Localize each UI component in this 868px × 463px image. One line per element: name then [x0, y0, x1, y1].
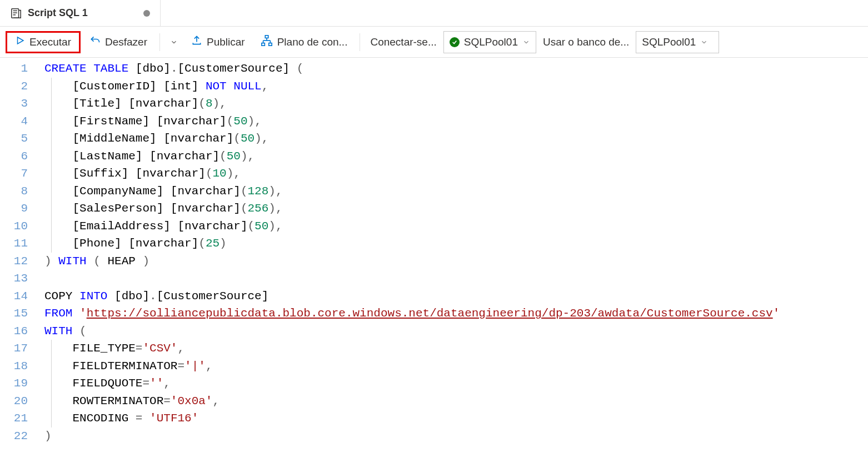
token-op: (: [297, 62, 304, 75]
code-line[interactable]: [CompanyName] [nvarchar](128),: [39, 183, 868, 200]
token-num: 50: [233, 115, 247, 128]
code-line[interactable]: WITH (: [39, 323, 868, 340]
token-op: ): [227, 167, 234, 180]
indent-guide: [51, 358, 52, 375]
code-line[interactable]: ENCODING = 'UTF16': [39, 410, 868, 427]
token-op: (: [206, 167, 213, 180]
line-number: 6: [0, 148, 28, 165]
code-line[interactable]: [Phone] [nvarchar](25): [39, 235, 868, 253]
code-line[interactable]: [MiddleName] [nvarchar](50),: [39, 130, 868, 148]
token-op: ,: [262, 80, 269, 93]
svg-rect-7: [268, 43, 272, 46]
indent-guide: [51, 130, 52, 148]
svg-rect-5: [265, 36, 268, 38]
token-id: HEAP: [107, 255, 135, 268]
token-op: =: [136, 342, 143, 355]
token-op: ,: [163, 377, 171, 390]
chevron-down-icon: [522, 38, 530, 46]
indent-guide: [51, 165, 52, 183]
code-line[interactable]: [SalesPerson] [nvarchar](256),: [39, 200, 868, 218]
token-id: [int]: [163, 80, 198, 93]
token-id: [Title]: [72, 97, 121, 110]
token-id: [nvarchar]: [177, 220, 247, 233]
code-line[interactable]: ): [39, 427, 868, 445]
connect-label: Conectar-se...: [366, 36, 441, 48]
code-line[interactable]: ) WITH ( HEAP ): [39, 253, 868, 270]
token-id: [CustomerID]: [72, 80, 156, 93]
separator: [360, 33, 360, 51]
code-line[interactable]: [Suffix] [nvarchar](10),: [39, 165, 868, 183]
token-id: COPY: [44, 290, 72, 303]
token-op: ): [268, 220, 276, 233]
code-line[interactable]: [EmailAddress] [nvarchar](50),: [39, 218, 868, 235]
token-op: (: [198, 97, 206, 110]
line-number: 19: [0, 375, 28, 392]
svg-rect-0: [12, 8, 19, 18]
code-line[interactable]: FIELDTERMINATOR='|',: [39, 358, 868, 375]
unsaved-dot-icon: [143, 10, 150, 17]
sql-editor[interactable]: 12345678910111213141516171819202122 CREA…: [0, 58, 868, 445]
line-number: 3: [0, 95, 28, 113]
status-online-icon: [450, 37, 460, 47]
tab-script[interactable]: Script SQL 1: [0, 0, 161, 26]
code-line[interactable]: FIELDQUOTE='',: [39, 375, 868, 392]
token-kw: NULL: [233, 80, 261, 93]
token-str: 'CSV': [142, 342, 177, 355]
token-kw: CREATE: [44, 62, 87, 75]
code-line[interactable]: CREATE TABLE [dbo].[CustomerSource] (: [39, 60, 868, 78]
code-line[interactable]: [39, 270, 868, 288]
token-op: =: [163, 395, 171, 407]
indent-guide: [51, 340, 52, 358]
line-number: 13: [0, 270, 28, 288]
token-op: ,: [220, 97, 227, 110]
token-op: ,: [276, 202, 283, 215]
plan-label: Plano de con...: [277, 36, 348, 48]
token-num: 8: [206, 97, 213, 110]
connect-dropdown[interactable]: SQLPool01: [443, 31, 536, 53]
token-id: ROWTERMINATOR: [72, 395, 163, 407]
run-button[interactable]: Executar: [6, 31, 81, 53]
line-number: 20: [0, 392, 28, 410]
token-id: [MiddleName]: [72, 132, 156, 145]
play-icon: [15, 36, 25, 48]
code-line[interactable]: [Title] [nvarchar](8),: [39, 95, 868, 113]
query-plan-button[interactable]: Plano de con...: [254, 31, 355, 53]
code-line[interactable]: FROM 'https://solliancepublicdata.blob.c…: [39, 305, 868, 323]
token-url: https://solliancepublicdata.blob.core.wi…: [87, 307, 773, 320]
code-line[interactable]: [CustomerID] [int] NOT NULL,: [39, 78, 868, 95]
token-kw: NOT: [206, 80, 227, 93]
token-id: [nvarchar]: [128, 237, 198, 250]
tab-title: Script SQL 1: [28, 7, 88, 19]
code-line[interactable]: [LastName] [nvarchar](50),: [39, 148, 868, 165]
indent-guide: [51, 410, 52, 427]
token-op: ): [213, 97, 220, 110]
token-op: (: [248, 220, 255, 233]
line-number: 22: [0, 427, 28, 445]
token-op: ): [248, 115, 255, 128]
more-chevron-button[interactable]: [166, 31, 182, 53]
token-op: ): [268, 185, 276, 198]
code-area[interactable]: CREATE TABLE [dbo].[CustomerSource] ( [C…: [39, 58, 868, 445]
token-id: [Phone]: [72, 237, 121, 250]
undo-button[interactable]: Desfazer: [83, 31, 154, 53]
token-kw: INTO: [79, 290, 107, 303]
sql-script-icon: [10, 7, 22, 19]
line-number: 11: [0, 235, 28, 253]
token-id: [nvarchar]: [128, 97, 198, 110]
code-line[interactable]: [FirstName] [nvarchar](50),: [39, 113, 868, 130]
code-line[interactable]: FILE_TYPE='CSV',: [39, 340, 868, 358]
token-op: ,: [206, 360, 213, 373]
indent-guide: [51, 218, 52, 235]
connect-value: SQLPool01: [464, 36, 518, 48]
code-line[interactable]: COPY INTO [dbo].[CustomerSource]: [39, 288, 868, 305]
token-op: (: [233, 132, 241, 145]
token-str: '': [149, 377, 163, 390]
code-line[interactable]: ROWTERMINATOR='0x0a',: [39, 392, 868, 410]
line-number: 18: [0, 358, 28, 375]
publish-button[interactable]: Publicar: [184, 31, 252, 53]
token-id: [Suffix]: [72, 167, 128, 180]
token-str: 'UTF16': [149, 412, 198, 425]
database-dropdown[interactable]: SQLPool01: [636, 31, 719, 53]
token-op: .: [149, 290, 157, 303]
token-id: [nvarchar]: [136, 167, 206, 180]
